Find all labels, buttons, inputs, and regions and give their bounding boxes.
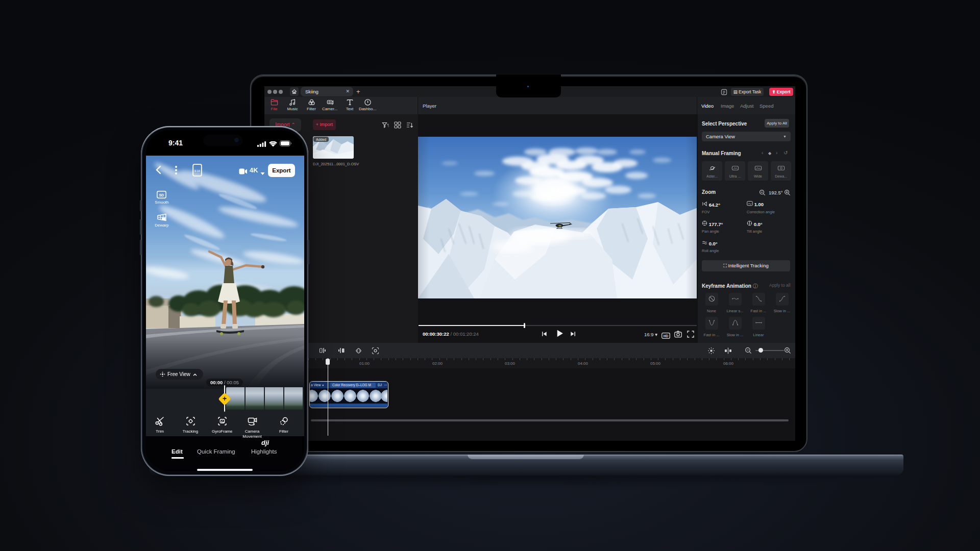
svg-text:SD: SD xyxy=(159,193,164,197)
svg-text:HD: HD xyxy=(664,334,669,338)
svg-text:9:16: 9:16 xyxy=(194,169,201,172)
